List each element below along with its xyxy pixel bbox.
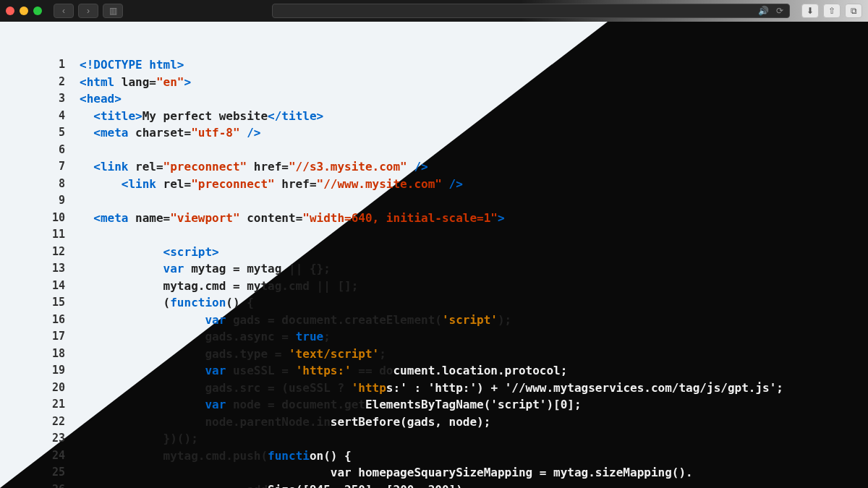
reload-icon[interactable]: ⟳ [776,6,783,16]
line-number: 9 [43,194,65,211]
back-button[interactable]: ‹ [54,4,74,18]
code-content[interactable]: <!DOCTYPE html><html lang="en"><head> <t… [80,58,783,488]
address-bar[interactable]: 🔊 ⟳ [272,4,790,18]
code-line: <!DOCTYPE html> [80,58,783,75]
line-number: 5 [43,126,65,143]
sidebar-toggle-button[interactable]: ▥ [103,4,123,18]
line-number: 21 [43,398,65,415]
line-number: 3 [43,92,65,109]
tabs-icon: ⧉ [851,6,857,16]
code-line: })(); [80,432,783,449]
code-line: <link rel="preconnect" href="//www.mysit… [80,177,783,194]
sound-icon[interactable]: 🔊 [758,6,769,16]
code-editor: 1234567891011121314151617181920212223242… [0,22,868,488]
sidebar-icon: ▥ [109,6,117,16]
code-line: var gads = document.createElement('scrip… [80,313,783,330]
line-number: 16 [43,313,65,330]
toolbar-right-buttons: ⬇ ⇧ ⧉ [801,4,862,18]
share-icon: ⇧ [828,6,835,16]
download-icon: ⬇ [807,6,814,16]
line-number: 17 [43,330,65,347]
forward-button[interactable]: › [78,4,98,18]
code-line: <title>My perfect website</title> [80,109,783,127]
line-number: 14 [43,279,65,296]
code-line: addSize([945, 250], [200, 200]). [80,483,783,489]
code-line: gads.type = 'text/script'; [80,347,783,364]
line-number: 12 [43,245,65,262]
line-number: 11 [43,228,65,245]
line-number: 18 [43,347,65,364]
line-number: 26 [43,483,65,489]
tabs-button[interactable]: ⧉ [845,4,862,18]
code-line: var mytag = mytag || {}; [80,262,783,279]
code-line: <link rel="preconnect" href="//s3.mysite… [80,160,783,177]
line-number: 10 [43,211,65,228]
line-number: 25 [43,466,65,483]
code-line: mytag.cmd.push(function() { [80,449,783,466]
line-number: 2 [43,75,65,93]
line-number: 7 [43,160,65,177]
window-controls [6,7,42,15]
line-number: 23 [43,432,65,449]
line-number: 13 [43,262,65,279]
code-line: var useSSL = 'https:' == document.locati… [80,364,783,381]
line-number: 4 [43,109,65,127]
code-line: <html lang="en"> [80,75,783,93]
code-line: gads.src = (useSSL ? 'https:' : 'http:')… [80,381,783,398]
line-number: 24 [43,449,65,466]
chevron-left-icon: ‹ [62,6,65,16]
code-line: gads.async = true; [80,330,783,347]
code-line: <head> [80,92,783,109]
line-number: 8 [43,177,65,194]
code-line [80,143,783,160]
line-number: 19 [43,364,65,381]
line-number: 15 [43,296,65,313]
line-number-gutter: 1234567891011121314151617181920212223242… [43,58,65,488]
download-button[interactable]: ⬇ [801,4,819,18]
code-line: node.parentNode.insertBefore(gads, node)… [80,415,783,432]
code-line: mytag.cmd = mytag.cmd || []; [80,279,783,296]
code-line [80,228,783,245]
chevron-right-icon: › [87,6,90,16]
line-number: 20 [43,381,65,398]
maximize-window-button[interactable] [33,7,42,15]
line-number: 6 [43,143,65,160]
code-line: <script> [80,245,783,262]
browser-toolbar: ‹ › ▥ 🔊 ⟳ ⬇ ⇧ ⧉ [0,0,868,22]
line-number: 22 [43,415,65,432]
line-number: 1 [43,58,65,75]
code-line: var homepageSquarySizeMapping = mytag.si… [80,466,783,483]
code-line: var node = document.getElementsByTagName… [80,398,783,415]
share-button[interactable]: ⇧ [823,4,841,18]
minimize-window-button[interactable] [20,7,28,15]
code-line [80,194,783,211]
code-line: <meta name="viewport" content="width=640… [80,211,783,228]
code-line: (function() { [80,296,783,313]
code-line: <meta charset="utf-8" /> [80,126,783,143]
close-window-button[interactable] [6,7,14,15]
